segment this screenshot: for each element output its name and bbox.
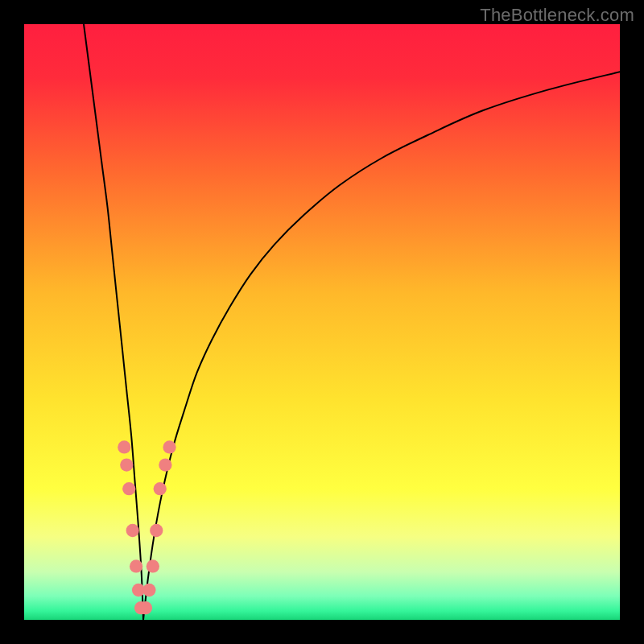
scatter-point <box>159 458 171 471</box>
scatter-point <box>122 482 135 495</box>
scatter-point <box>120 458 133 471</box>
plot-area <box>24 24 620 620</box>
scatter-point <box>163 440 175 453</box>
watermark-text: TheBottleneck.com <box>480 5 634 26</box>
scatter-point <box>130 559 142 572</box>
gradient-background <box>24 24 620 620</box>
bottleneck-chart <box>24 24 620 620</box>
scatter-point <box>147 559 159 572</box>
scatter-point <box>126 524 139 537</box>
scatter-point <box>150 524 163 537</box>
scatter-point <box>139 601 152 614</box>
scatter-point <box>118 440 130 453</box>
chart-frame: TheBottleneck.com <box>0 0 644 644</box>
scatter-point <box>154 482 167 495</box>
scatter-point <box>142 584 155 597</box>
